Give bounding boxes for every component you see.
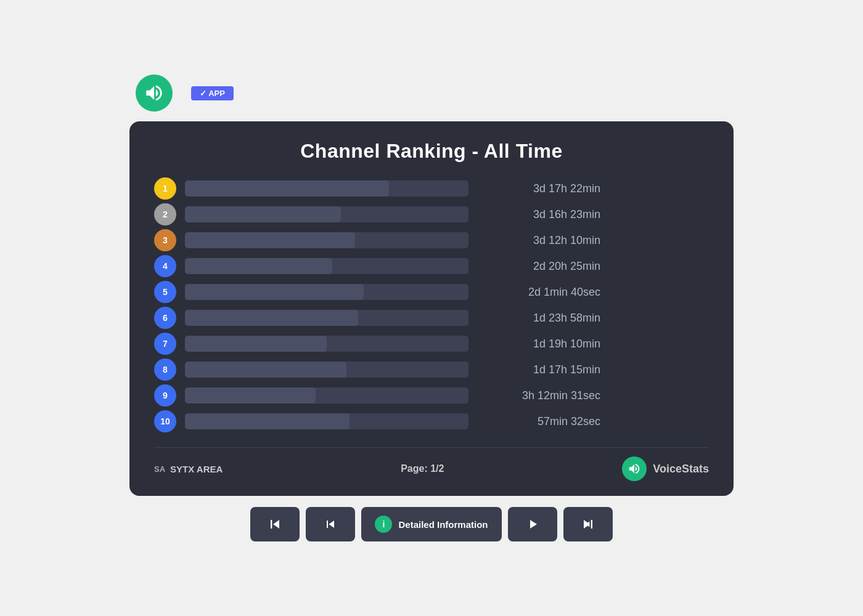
main-card: Channel Ranking - All Time 13d 17h 22min… xyxy=(129,121,734,496)
rank-badge: 9 xyxy=(154,384,176,407)
card-title: Channel Ranking - All Time xyxy=(154,140,709,163)
table-row: 93h 12min 31sec xyxy=(154,384,709,407)
footer-server: SA SYTX AREA xyxy=(154,464,223,474)
rank-bar-fill xyxy=(185,362,346,378)
table-row: 33d 12h 10min xyxy=(154,229,709,251)
rank-bar-container xyxy=(185,310,468,326)
rank-badge: 7 xyxy=(154,333,176,355)
rank-badge: 10 xyxy=(154,410,176,432)
rank-badge: 3 xyxy=(154,229,176,251)
card-footer: SA SYTX AREA Page: 1/2 VoiceStats xyxy=(154,447,709,481)
rank-time: 57min 32sec xyxy=(477,415,600,428)
rank-time: 3h 12min 31sec xyxy=(477,389,600,402)
rank-bar-fill xyxy=(185,413,350,429)
rank-badge: 5 xyxy=(154,281,176,303)
rank-bar-fill xyxy=(185,284,364,300)
rank-bar-fill xyxy=(185,387,316,403)
table-row: 71d 19h 10min xyxy=(154,333,709,355)
rank-time: 3d 16h 23min xyxy=(477,208,600,221)
table-row: 42d 20h 25min xyxy=(154,255,709,277)
rank-time: 3d 12h 10min xyxy=(477,234,600,247)
app-badge-label: ✓ APP xyxy=(200,89,225,98)
volume-icon xyxy=(144,83,165,103)
rank-badge: 2 xyxy=(154,203,176,225)
footer-brand-name: VoiceStats xyxy=(653,463,709,476)
rank-bar-container xyxy=(185,232,468,248)
rank-bar-container xyxy=(185,284,468,300)
server-abbr: SA xyxy=(154,464,165,474)
rank-bar-container xyxy=(185,180,468,197)
table-row: 1057min 32sec xyxy=(154,410,709,432)
detailed-info-label: Detailed Information xyxy=(398,519,488,530)
rank-bar-fill xyxy=(185,206,341,222)
rank-time: 2d 1min 40sec xyxy=(477,286,600,299)
server-name: SYTX AREA xyxy=(170,464,223,474)
ranking-list: 13d 17h 22min23d 16h 23min33d 12h 10min4… xyxy=(154,177,709,432)
rank-time: 1d 19h 10min xyxy=(477,338,600,351)
rank-badge: 1 xyxy=(154,177,176,200)
rank-time: 1d 17h 15min xyxy=(477,363,600,376)
app-icon xyxy=(136,75,173,111)
page-wrapper: ✓ APP Channel Ranking - All Time 13d 17h… xyxy=(123,75,740,541)
rewind-icon xyxy=(323,517,338,532)
footer-brand-icon xyxy=(622,456,647,481)
forward-fast-icon xyxy=(579,516,597,533)
controls-bar: i Detailed Information xyxy=(250,507,612,541)
info-icon: i xyxy=(375,516,392,533)
rank-bar-container xyxy=(185,258,468,274)
rank-time: 2d 20h 25min xyxy=(477,260,600,273)
table-row: 61d 23h 58min xyxy=(154,307,709,329)
app-badge: ✓ APP xyxy=(191,86,234,100)
rewind-button[interactable] xyxy=(306,507,355,541)
rank-badge: 8 xyxy=(154,359,176,381)
rank-bar-fill xyxy=(185,258,332,274)
rank-bar-container xyxy=(185,336,468,352)
rewind-fast-icon xyxy=(266,516,284,533)
rank-bar-container xyxy=(185,387,468,403)
rank-bar-fill xyxy=(185,180,389,197)
table-row: 23d 16h 23min xyxy=(154,203,709,225)
rank-time: 1d 23h 58min xyxy=(477,312,600,325)
rank-bar-container xyxy=(185,413,468,429)
play-icon xyxy=(525,517,540,532)
table-row: 13d 17h 22min xyxy=(154,177,709,200)
play-button[interactable] xyxy=(508,507,557,541)
table-row: 81d 17h 15min xyxy=(154,359,709,381)
rewind-fast-button[interactable] xyxy=(250,507,300,541)
rank-badge: 6 xyxy=(154,307,176,329)
rank-bar-container xyxy=(185,206,468,222)
forward-fast-button[interactable] xyxy=(563,507,613,541)
rank-bar-fill xyxy=(185,336,327,352)
footer-volume-icon xyxy=(628,462,641,476)
footer-brand: VoiceStats xyxy=(622,456,709,481)
rank-bar-fill xyxy=(185,310,358,326)
rank-bar-container xyxy=(185,362,468,378)
rank-time: 3d 17h 22min xyxy=(477,182,600,195)
rank-badge: 4 xyxy=(154,255,176,277)
footer-page: Page: 1/2 xyxy=(401,463,444,474)
detailed-info-button[interactable]: i Detailed Information xyxy=(361,507,501,541)
rank-bar-fill xyxy=(185,232,355,248)
table-row: 52d 1min 40sec xyxy=(154,281,709,303)
top-area: ✓ APP xyxy=(123,75,740,111)
